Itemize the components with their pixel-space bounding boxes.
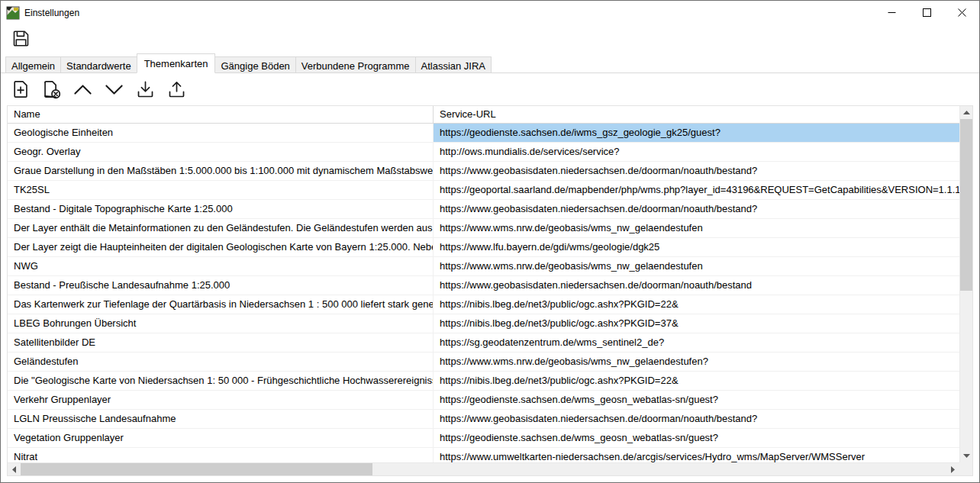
table-row[interactable]: Satellitenbilder DEhttps://sg.geodatenze… (8, 333, 972, 353)
tab-atlassian-jira[interactable]: Atlassian JIRA (415, 56, 492, 72)
vertical-scroll-track[interactable] (960, 119, 972, 449)
add-entry-button[interactable] (8, 78, 31, 101)
minimize-icon (888, 8, 896, 17)
row-service-url-cell[interactable]: https://www.lfu.bayern.de/gdi/wms/geolog… (434, 238, 972, 256)
row-service-url-cell[interactable]: https://www.geobasisdaten.niedersachsen.… (434, 410, 972, 428)
export-button[interactable] (165, 78, 188, 101)
scroll-left-button[interactable] (8, 463, 21, 476)
row-service-url-cell[interactable]: https://www.wms.nrw.de/geobasis/wms_nw_g… (434, 257, 972, 275)
table-row[interactable]: Verkehr Gruppenlayerhttps://geodienste.s… (8, 391, 972, 410)
row-name-cell[interactable]: Geologische Einheiten (8, 124, 434, 142)
row-name-cell[interactable]: LGLN Preussische Landesaufnahme (8, 410, 434, 428)
table-row[interactable]: Vegetation Gruppenlayerhttps://geodienst… (8, 429, 972, 448)
scroll-up-arrow-icon (963, 111, 970, 114)
row-name-cell[interactable]: TK25SL (8, 181, 434, 199)
tab-themenkarten[interactable]: Themenkarten (137, 53, 216, 73)
move-up-button[interactable] (71, 78, 94, 101)
document-plus-icon (10, 79, 31, 100)
maximize-icon (923, 8, 931, 17)
save-button[interactable] (8, 27, 33, 51)
chevron-down-icon (103, 79, 125, 100)
row-name-cell[interactable]: LBEG Bohrungen Übersicht (8, 314, 434, 333)
tab-allgemein[interactable]: Allgemein (5, 56, 61, 72)
row-service-url-cell[interactable]: http://ows.mundialis.de/services/service… (434, 143, 972, 161)
close-button[interactable] (944, 1, 979, 24)
table-row[interactable]: LBEG Bohrungen Übersichthttps://nibis.lb… (8, 314, 972, 333)
column-header-service-url[interactable]: Service-URL (434, 106, 972, 123)
column-header-name[interactable]: Name (8, 106, 434, 123)
close-icon (958, 8, 966, 17)
tab-bar: AllgemeinStandardwerteThemenkartenGängig… (1, 53, 979, 73)
row-service-url-cell[interactable]: https://geodienste.sachsen.de/wms_geosn_… (434, 391, 972, 409)
row-name-cell[interactable]: Die "Geologische Karte von Niedersachsen… (8, 372, 434, 390)
row-service-url-cell[interactable]: https://nibis.lbeg.de/net3/public/ogc.as… (434, 372, 972, 390)
row-name-cell[interactable]: Graue Darstellung in den Maßstäben 1:5.0… (8, 162, 434, 180)
table-row[interactable]: TK25SLhttps://geoportal.saarland.de/mapb… (8, 181, 972, 200)
row-name-cell[interactable]: Vegetation Gruppenlayer (8, 429, 434, 447)
table-row[interactable]: Geogr. Overlayhttp://ows.mundialis.de/se… (8, 143, 972, 162)
row-name-cell[interactable]: Der Layer zeigt die Haupteinheiten der d… (8, 238, 434, 256)
table-row[interactable]: Der Layer zeigt die Haupteinheiten der d… (8, 238, 972, 257)
app-icon (6, 6, 20, 20)
table-header-row: Name Service-URL (8, 106, 972, 124)
horizontal-scroll-thumb[interactable] (21, 463, 372, 475)
row-service-url-cell[interactable]: https://geoportal.saarland.de/mapbender/… (434, 181, 972, 199)
row-service-url-cell[interactable]: https://www.geobasisdaten.niedersachsen.… (434, 162, 972, 180)
table-row[interactable]: Bestand - Preußische Landesaufnahme 1:25… (8, 276, 972, 295)
service-table: Name Service-URL Geologische Einheitenht… (7, 105, 973, 476)
settings-window: Einstellungen AllgemeinStandardwerteThem… (0, 0, 980, 483)
row-name-cell[interactable]: Geländestufen (8, 353, 434, 371)
row-service-url-cell[interactable]: https://geodienste.sachsen.de/iwms_gsz_g… (434, 124, 972, 142)
scroll-right-button[interactable] (946, 463, 959, 476)
row-name-cell[interactable]: Satellitenbilder DE (8, 333, 434, 352)
row-name-cell[interactable]: NWG (8, 257, 434, 275)
row-name-cell[interactable]: Verkehr Gruppenlayer (8, 391, 434, 409)
scroll-up-button[interactable] (960, 106, 973, 119)
row-name-cell[interactable]: Der Layer enthält die Metainformationen … (8, 219, 434, 237)
table-row[interactable]: Die "Geologische Karte von Niedersachsen… (8, 372, 972, 391)
main-toolbar (1, 24, 979, 53)
table-row[interactable]: Das Kartenwerk zur Tiefenlage der Quartä… (8, 295, 972, 314)
table-row[interactable]: Geologische Einheitenhttps://geodienste.… (8, 124, 972, 143)
row-service-url-cell[interactable]: https://sg.geodatenzentrum.de/wms_sentin… (434, 333, 972, 352)
tab-g-ngige-b-den[interactable]: Gängige Böden (214, 56, 295, 72)
row-name-cell[interactable]: Geogr. Overlay (8, 143, 434, 161)
row-service-url-cell[interactable]: https://www.geobasisdaten.niedersachsen.… (434, 200, 972, 218)
table-row[interactable]: LGLN Preussische Landesaufnahmehttps://w… (8, 410, 972, 429)
remove-entry-button[interactable] (40, 78, 63, 101)
row-service-url-cell[interactable]: https://nibis.lbeg.de/net3/public/ogc.as… (434, 314, 972, 333)
row-service-url-cell[interactable]: https://geodienste.sachsen.de/wms_geosn_… (434, 429, 972, 447)
titlebar: Einstellungen (1, 1, 979, 24)
row-service-url-cell[interactable]: https://www.wms.nrw.de/geobasis/wms_nw_g… (434, 219, 972, 237)
save-floppy-icon (11, 28, 31, 49)
vertical-scrollbar[interactable] (959, 106, 972, 462)
row-service-url-cell[interactable]: https://www.geobasisdaten.niedersachsen.… (434, 276, 972, 295)
vertical-scroll-thumb[interactable] (960, 119, 973, 291)
move-down-button[interactable] (102, 78, 125, 101)
upload-tray-icon (166, 79, 187, 100)
row-service-url-cell[interactable]: https://www.wms.nrw.de/geobasis/wms_nw_g… (434, 353, 972, 371)
table-body: Geologische Einheitenhttps://geodienste.… (8, 124, 972, 475)
minimize-button[interactable] (874, 1, 909, 24)
scroll-left-arrow-icon (12, 466, 16, 473)
tab-standardwerte[interactable]: Standardwerte (60, 56, 137, 72)
row-name-cell[interactable]: Das Kartenwerk zur Tiefenlage der Quartä… (8, 295, 434, 314)
scrollbar-corner (959, 462, 972, 475)
table-row[interactable]: Der Layer enthält die Metainformationen … (8, 219, 972, 238)
table-row[interactable]: Graue Darstellung in den Maßstäben 1:5.0… (8, 162, 972, 181)
horizontal-scroll-track[interactable] (21, 463, 946, 475)
table-row[interactable]: NWGhttps://www.wms.nrw.de/geobasis/wms_n… (8, 257, 972, 276)
row-name-cell[interactable]: Bestand - Preußische Landesaufnahme 1:25… (8, 276, 434, 295)
chevron-up-icon (72, 79, 94, 100)
import-button[interactable] (134, 78, 156, 101)
row-service-url-cell[interactable]: https://nibis.lbeg.de/net3/public/ogc.as… (434, 295, 972, 314)
row-name-cell[interactable]: Bestand - Digitale Topographische Karte … (8, 200, 434, 218)
horizontal-scrollbar[interactable] (8, 462, 959, 475)
scroll-down-button[interactable] (960, 449, 973, 462)
table-row[interactable]: Geländestufenhttps://www.wms.nrw.de/geob… (8, 353, 972, 372)
tab-verbundene-programme[interactable]: Verbundene Programme (295, 56, 416, 72)
themenkarten-panel: Name Service-URL Geologische Einheitenht… (1, 73, 979, 482)
maximize-button[interactable] (909, 1, 944, 24)
scroll-down-arrow-icon (963, 454, 970, 458)
table-row[interactable]: Bestand - Digitale Topographische Karte … (8, 200, 972, 219)
